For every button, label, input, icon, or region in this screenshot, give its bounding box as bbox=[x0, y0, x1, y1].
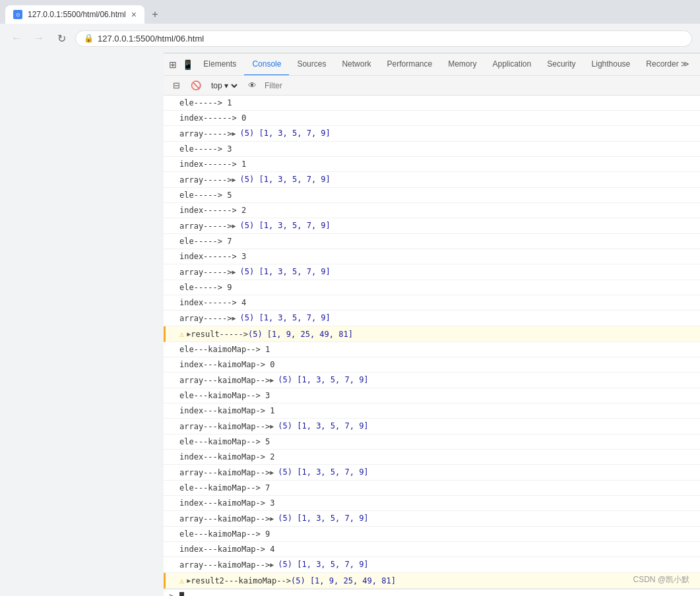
console-label: index------> 3 bbox=[179, 251, 246, 262]
browser-tab[interactable]: ⊙ 127.0.0.1:5500/html/06.html × bbox=[5, 5, 144, 24]
new-tab-button[interactable]: + bbox=[147, 7, 163, 22]
address-bar[interactable]: 🔒 127.0.0.1:5500/html/06.html bbox=[75, 30, 692, 47]
tab-lighthouse[interactable]: Lighthouse bbox=[584, 53, 639, 76]
console-label: ele-----> 9 bbox=[179, 282, 232, 293]
array-value[interactable]: ▶ (5) [1, 3, 5, 7, 9] bbox=[270, 512, 368, 525]
tab-close-button[interactable]: × bbox=[131, 9, 137, 20]
array-value[interactable]: ▶ (5) [1, 3, 5, 7, 9] bbox=[270, 374, 368, 386]
tab-title: 127.0.0.1:5500/html/06.html bbox=[28, 10, 126, 19]
array-value[interactable]: ▶ (5) [1, 3, 5, 7, 9] bbox=[232, 220, 330, 232]
console-label: array---kaimoMap--> bbox=[179, 513, 270, 525]
expand-arrow[interactable]: ▶ bbox=[270, 561, 278, 568]
tab-recorder[interactable]: Recorder ≫ bbox=[638, 53, 697, 76]
array-value[interactable]: ▶ (5) [1, 3, 5, 7, 9] bbox=[270, 420, 368, 432]
tab-security[interactable]: Security bbox=[539, 53, 583, 76]
tab-console[interactable]: Console bbox=[244, 53, 289, 76]
tab-favicon: ⊙ bbox=[13, 10, 22, 19]
console-label: index------> 2 bbox=[179, 204, 246, 216]
console-label: ele---kaimoMap--> 9 bbox=[179, 528, 270, 540]
array-value[interactable]: ▶ (5) [1, 3, 5, 7, 9] bbox=[270, 466, 368, 479]
lock-icon: 🔒 bbox=[84, 34, 94, 43]
console-row: array---kaimoMap--> ▶ (5) [1, 3, 5, 7, 9… bbox=[164, 465, 700, 481]
console-row: array-----> ▶ (5) [1, 3, 5, 7, 9] bbox=[164, 311, 700, 326]
browser-window: ⊙ 127.0.0.1:5500/html/06.html × + ← → ↻ … bbox=[0, 0, 700, 596]
array-value[interactable]: ▶ (5) [1, 3, 5, 7, 9] bbox=[232, 127, 330, 140]
expand-arrow[interactable]: ▶ bbox=[232, 314, 239, 322]
console-row: index------> 1 bbox=[164, 157, 700, 172]
tab-elements[interactable]: Elements bbox=[195, 53, 244, 76]
console-label: result2---kaimoMap--> bbox=[191, 575, 291, 587]
console-label: ele-----> 3 bbox=[179, 143, 232, 155]
expand-arrow[interactable]: ▶ bbox=[232, 222, 239, 229]
console-label: array-----> bbox=[179, 313, 232, 324]
console-label: ele---kaimoMap--> 3 bbox=[179, 390, 270, 402]
warning-icon: ⚠ bbox=[179, 328, 184, 340]
array-value[interactable]: ▶ (5) [1, 3, 5, 7, 9] bbox=[232, 312, 330, 324]
expand-arrow[interactable]: ▶ bbox=[270, 423, 278, 430]
console-row: ele---kaimoMap--> 1 bbox=[164, 342, 700, 357]
array-value[interactable]: ▶ (5) [1, 3, 5, 7, 9] bbox=[232, 173, 330, 186]
console-row: index------> 3 bbox=[164, 249, 700, 264]
console-label: ele---kaimoMap--> 5 bbox=[179, 436, 270, 448]
context-select[interactable]: top ▾ bbox=[208, 80, 239, 91]
array-value[interactable]: ▶ (5) [1, 3, 5, 7, 9] bbox=[270, 558, 368, 571]
address-text: 127.0.0.1:5500/html/06.html bbox=[98, 34, 684, 44]
console-input-row[interactable]: > bbox=[164, 589, 700, 596]
console-row: index---kaimoMap-> 0 bbox=[164, 357, 700, 372]
array-value[interactable]: (5) [1, 9, 25, 49, 81] bbox=[248, 328, 353, 340]
refresh-button[interactable]: ↻ bbox=[53, 30, 70, 47]
expand-arrow[interactable]: ▶ bbox=[232, 268, 239, 276]
forward-button[interactable]: → bbox=[30, 30, 48, 47]
tab-network[interactable]: Network bbox=[334, 53, 379, 76]
expand-arrow[interactable]: ▶ bbox=[270, 376, 278, 384]
tab-sources[interactable]: Sources bbox=[289, 53, 334, 76]
console-row: index------> 4 bbox=[164, 295, 700, 311]
expand-arrow[interactable]: ▶ bbox=[270, 469, 278, 476]
console-row: array-----> ▶ (5) [1, 3, 5, 7, 9] bbox=[164, 264, 700, 280]
console-label: result-----> bbox=[191, 328, 248, 340]
console-prompt-icon: > bbox=[169, 591, 174, 597]
navigation-bar: ← → ↻ 🔒 127.0.0.1:5500/html/06.html bbox=[0, 24, 700, 53]
console-row: array---kaimoMap--> ▶ (5) [1, 3, 5, 7, 9… bbox=[164, 419, 700, 434]
console-label: array-----> bbox=[179, 220, 232, 232]
console-row: index---kaimoMap-> 2 bbox=[164, 450, 700, 465]
devtools-device-icon[interactable]: 📱 bbox=[181, 56, 194, 73]
console-label: index------> 0 bbox=[179, 112, 246, 124]
expand-arrow[interactable]: ▶ bbox=[232, 130, 239, 137]
console-row: array---kaimoMap--> ▶ (5) [1, 3, 5, 7, 9… bbox=[164, 511, 700, 527]
console-label: index---kaimoMap-> 0 bbox=[179, 359, 275, 371]
array-value[interactable]: ▶ (5) [1, 3, 5, 7, 9] bbox=[232, 266, 330, 278]
console-label: array---kaimoMap--> bbox=[179, 421, 270, 432]
tab-performance[interactable]: Performance bbox=[379, 53, 440, 76]
console-label: index---kaimoMap-> 2 bbox=[179, 451, 275, 463]
console-label: index---kaimoMap-> 1 bbox=[179, 405, 275, 417]
expand-arrow[interactable]: ▶ bbox=[270, 515, 278, 522]
tab-memory[interactable]: Memory bbox=[440, 53, 484, 76]
console-label: index------> 4 bbox=[179, 297, 246, 309]
eye-icon[interactable]: 👁 bbox=[245, 78, 259, 93]
console-label: index---kaimoMap-> 3 bbox=[179, 497, 275, 509]
filter-input[interactable] bbox=[265, 81, 695, 90]
console-cursor bbox=[179, 592, 184, 597]
sidebar-toggle-icon[interactable]: ⊟ bbox=[169, 78, 183, 93]
console-row: index------> 0 bbox=[164, 111, 700, 126]
array-value[interactable]: (5) [1, 9, 25, 49, 81] bbox=[291, 575, 396, 587]
console-row: index------> 2 bbox=[164, 203, 700, 218]
console-row: ele-----> 3 bbox=[164, 142, 700, 157]
console-label: ele-----> 5 bbox=[179, 189, 232, 201]
console-row: ele---kaimoMap--> 9 bbox=[164, 527, 700, 542]
devtools-inspect-icon[interactable]: ⊞ bbox=[166, 56, 179, 73]
clear-console-icon[interactable]: 🚫 bbox=[189, 78, 203, 93]
expand-arrow[interactable]: ▶ bbox=[232, 176, 239, 183]
tab-application[interactable]: Application bbox=[485, 53, 540, 76]
back-button[interactable]: ← bbox=[8, 30, 25, 47]
console-row: ele-----> 1 bbox=[164, 96, 700, 111]
console-label: array-----> bbox=[179, 128, 232, 140]
console-row: ⚠result2---kaimoMap--> (5) [1, 9, 25, 49… bbox=[164, 573, 700, 589]
console-label: ele-----> 1 bbox=[179, 97, 232, 109]
console-row: array---kaimoMap--> ▶ (5) [1, 3, 5, 7, 9… bbox=[164, 372, 700, 388]
console-row: index---kaimoMap-> 4 bbox=[164, 542, 700, 557]
devtools-tab-bar: ⊞ 📱 Elements Console Sources Network Per… bbox=[164, 53, 700, 76]
console-row: array-----> ▶ (5) [1, 3, 5, 7, 9] bbox=[164, 218, 700, 234]
console-row: ⚠result-----> (5) [1, 9, 25, 49, 81] bbox=[164, 326, 700, 342]
